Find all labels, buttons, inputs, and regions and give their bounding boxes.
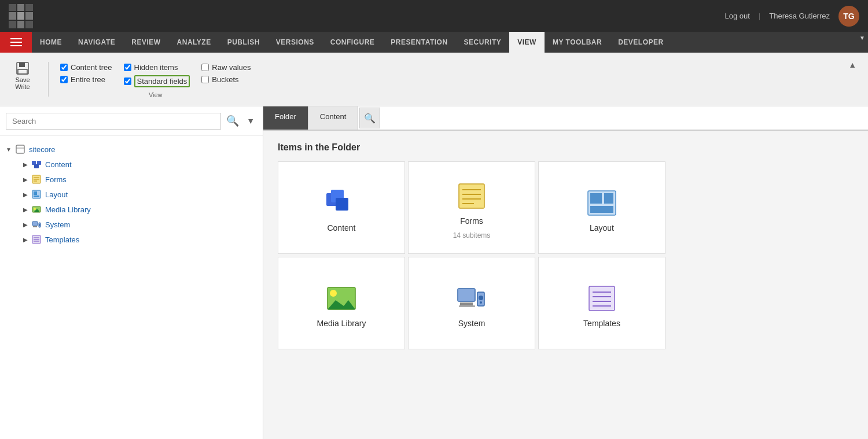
tree-toggle-content[interactable]: ▶ [23, 161, 28, 168]
content-area: Folder Content 🔍 Items in the Folder Con… [263, 106, 868, 439]
svg-rect-35 [590, 193, 602, 204]
svg-rect-14 [34, 195, 39, 197]
tree-item-templates-label[interactable]: Templates [45, 235, 79, 244]
svg-point-39 [330, 290, 337, 297]
standard-fields-highlight: Standard fields [134, 75, 190, 87]
nav-item-review[interactable]: REVIEW [123, 32, 168, 53]
grid-label-layout: Layout [590, 223, 614, 233]
toolbar-divider [48, 62, 49, 97]
tree-toggle-system[interactable]: ▶ [23, 222, 28, 228]
svg-rect-47 [589, 286, 615, 311]
topbar-divider: | [759, 12, 760, 20]
nav-item-publish[interactable]: PUBLISH [219, 32, 268, 53]
tree-item-content-label[interactable]: Content [45, 160, 72, 169]
write-label: Write [15, 83, 30, 90]
grid-icon-layout [584, 189, 619, 217]
username-label: Theresa Gutierrez [769, 12, 830, 20]
nav-item-mytoolbar[interactable]: MY TOOLBAR [545, 32, 610, 53]
checkbox-standard-fields-input[interactable] [124, 78, 131, 85]
tree-root-label[interactable]: sitecore [29, 145, 56, 154]
svg-rect-37 [590, 206, 613, 213]
nav-item-versions[interactable]: VERSIONS [268, 32, 322, 53]
tree-item-forms-label[interactable]: Forms [45, 175, 67, 184]
nav-item-configure[interactable]: CONFIGURE [322, 32, 383, 53]
search-input[interactable] [6, 113, 221, 130]
nav-item-developer[interactable]: DEVELOPER [610, 32, 672, 53]
svg-rect-7 [34, 164, 39, 168]
toolbar-collapse-btn[interactable]: ▲ [845, 57, 859, 72]
tree-item-content[interactable]: ▶ Content [23, 157, 257, 172]
nav-item-security[interactable]: SECURITY [456, 32, 510, 53]
avatar[interactable]: TG [838, 6, 859, 27]
checkbox-standard-fields-label: Standard fields [137, 77, 187, 86]
search-dropdown-icon[interactable]: ▼ [244, 114, 257, 128]
logo[interactable] [9, 4, 33, 28]
templates-tree-icon [31, 234, 42, 245]
checkbox-content-tree-input[interactable] [60, 64, 68, 71]
grid-item-content[interactable]: Content [278, 161, 405, 254]
checkbox-hidden-items: Hidden items [124, 63, 190, 72]
tab-folder[interactable]: Folder [263, 106, 308, 130]
tab-content[interactable]: Content [308, 106, 359, 130]
svg-rect-36 [604, 193, 613, 204]
save-write-section[interactable]: Save Write [9, 57, 36, 93]
checkbox-buckets-input[interactable] [201, 76, 209, 83]
checkbox-raw-values-input[interactable] [201, 64, 209, 71]
grid-item-forms[interactable]: Forms 14 subitems [408, 161, 535, 254]
logout-link[interactable]: Log out [724, 12, 749, 20]
grid-item-templates[interactable]: Templates [538, 257, 665, 349]
tree-item-layout-label[interactable]: Layout [45, 190, 68, 199]
media-tree-icon [31, 204, 42, 215]
tab-search-btn[interactable]: 🔍 [359, 108, 380, 128]
svg-rect-41 [458, 289, 475, 301]
tree-toggle-templates[interactable]: ▶ [23, 237, 28, 243]
tree-item-system-label[interactable]: System [45, 220, 70, 229]
nav-item-presentation[interactable]: PRESENTATION [382, 32, 455, 53]
tree-item-system[interactable]: ▶ System [23, 217, 257, 232]
grid-label-templates: Templates [583, 319, 620, 328]
tree-toggle-layout[interactable]: ▶ [23, 191, 28, 198]
svg-rect-2 [18, 69, 27, 74]
hamburger-button[interactable] [0, 32, 32, 53]
svg-point-21 [39, 224, 41, 226]
tree-toggle-root[interactable]: ▼ [6, 146, 12, 153]
grid-item-media[interactable]: Media Library [278, 257, 405, 349]
tree-root-sitecore[interactable]: ▼ sitecore [6, 142, 257, 157]
nav-item-navigate[interactable]: NAVIGATE [70, 32, 123, 53]
checkbox-hidden-items-input[interactable] [124, 64, 131, 71]
svg-point-46 [480, 301, 482, 304]
checkbox-entire-tree-input[interactable] [60, 76, 68, 83]
tree-toggle-media[interactable]: ▶ [23, 206, 28, 213]
grid-icon-system [454, 284, 489, 313]
nav-item-home[interactable]: HOME [32, 32, 70, 53]
svg-rect-13 [34, 191, 37, 195]
search-icon[interactable]: 🔍 [224, 112, 241, 130]
tab-search-icon: 🔍 [364, 113, 376, 124]
tree-item-templates[interactable]: ▶ Templates [23, 232, 257, 247]
checkbox-content-tree: Content tree [60, 63, 112, 72]
nav-item-view[interactable]: VIEW [509, 32, 545, 53]
top-dropdown-arrow[interactable]: ▼ [856, 32, 868, 43]
tree-children: ▶ Content ▶ [6, 157, 257, 247]
svg-rect-3 [16, 145, 24, 153]
grid-label-system: System [458, 319, 486, 328]
grid-icon-media [324, 284, 359, 313]
svg-point-16 [34, 208, 36, 210]
svg-rect-1 [19, 62, 25, 67]
tree-item-layout[interactable]: ▶ Layout [23, 187, 257, 202]
nav-item-analyze[interactable]: ANALYZE [169, 32, 219, 53]
checkboxes-middle: Hidden items Standard fields [124, 60, 190, 90]
tabs-bar: Folder Content 🔍 [263, 106, 868, 131]
svg-point-45 [479, 296, 483, 300]
tree-item-forms[interactable]: ▶ Forms [23, 172, 257, 187]
forms-tree-icon [31, 174, 42, 185]
grid-item-system[interactable]: System [408, 257, 535, 349]
checkboxes-right: Raw values Buckets [201, 60, 251, 90]
svg-rect-18 [32, 222, 38, 226]
top-bar: Log out | Theresa Gutierrez TG ▼ [0, 0, 868, 32]
tree-item-media-library[interactable]: ▶ Media Library [23, 202, 257, 217]
tree-toggle-forms[interactable]: ▶ [23, 176, 28, 183]
grid-item-layout[interactable]: Layout [538, 161, 665, 254]
content-tree-icon [31, 158, 42, 170]
tree-item-media-label[interactable]: Media Library [45, 205, 91, 214]
